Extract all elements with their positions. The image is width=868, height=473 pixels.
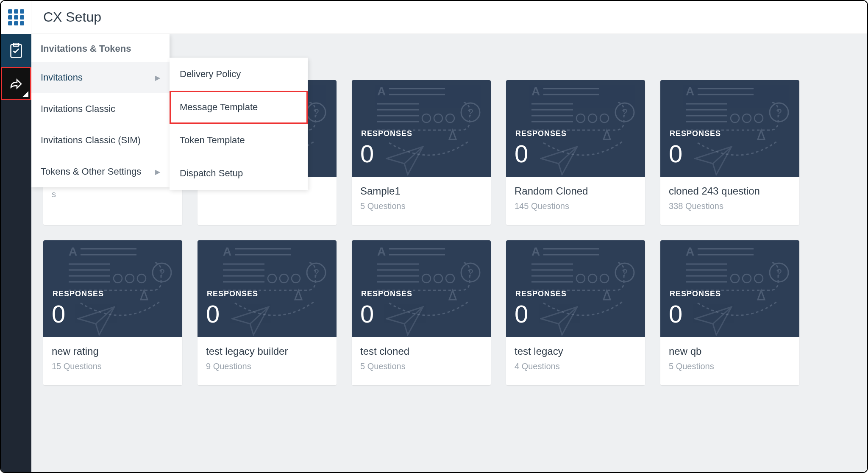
card-thumbnail: A ? RESPONSES 0 — [43, 240, 182, 337]
card-body: test cloned 5 Questions — [352, 337, 491, 385]
menu-item[interactable]: Invitations Classic (SIM) — [31, 125, 170, 156]
card-title: test legacy — [515, 345, 637, 357]
menu-item-label: Tokens & Other Settings — [41, 166, 141, 177]
card-title: test legacy builder — [206, 345, 328, 357]
svg-point-93 — [422, 274, 431, 283]
responses-count: 0 — [206, 300, 220, 328]
responses-count: 0 — [515, 300, 528, 328]
flyout-menu-header: Invitations & Tokens — [31, 34, 170, 62]
card-subtitle: 9 Questions — [206, 362, 328, 371]
menu-item[interactable]: Tokens & Other Settings▶ — [31, 156, 170, 187]
submenu-item[interactable]: Delivery Policy — [170, 58, 308, 91]
sidebar — [1, 1, 31, 472]
card-thumbnail: A ? RESPONSES 0 — [506, 240, 645, 337]
responses-count: 0 — [52, 300, 65, 328]
menu-item[interactable]: Invitations▶ — [31, 62, 170, 93]
questionnaire-card[interactable]: A ? RESPONSES 0 test legacy builder 9 Qu… — [198, 240, 337, 385]
questionnaire-card[interactable]: A ? RESPONSES 0 cloned 243 question 338 … — [660, 80, 799, 225]
svg-text:?: ? — [467, 107, 473, 118]
card-thumbnail: A ? RESPONSES 0 — [660, 240, 799, 337]
share-icon — [9, 77, 23, 90]
menu-item[interactable]: Invitations Classic — [31, 93, 170, 125]
card-thumbnail: A ? RESPONSES 0 — [506, 80, 645, 177]
responses-label: RESPONSES — [515, 289, 567, 298]
submenu-item[interactable]: Message Template — [170, 91, 308, 124]
card-body: test legacy 4 Questions — [506, 337, 645, 385]
svg-point-107 — [600, 274, 609, 283]
svg-text:?: ? — [467, 267, 473, 278]
chevron-right-icon: ▶ — [155, 168, 160, 176]
card-body: new rating 15 Questions — [43, 337, 182, 385]
svg-point-83 — [292, 274, 300, 283]
responses-label: RESPONSES — [361, 129, 412, 138]
questionnaire-card[interactable]: A ? RESPONSES 0 new rating 15 Questions — [43, 240, 182, 385]
sidebar-item-questionnaires[interactable] — [1, 34, 31, 67]
sidebar-item-invitations[interactable] — [1, 67, 31, 100]
card-subtitle: 5 Questions — [360, 201, 482, 211]
responses-label: RESPONSES — [670, 129, 721, 138]
svg-point-118 — [743, 274, 751, 283]
menu-item-label: Invitations — [41, 72, 83, 83]
card-body: cloned 243 question 338 Questions — [660, 177, 799, 225]
app-switcher[interactable] — [1, 1, 31, 34]
card-body: Sample1 5 Questions — [352, 177, 491, 225]
svg-text:?: ? — [622, 267, 627, 278]
responses-count: 0 — [669, 300, 682, 328]
svg-text:A: A — [686, 85, 694, 98]
responses-count: 0 — [515, 139, 528, 168]
card-thumbnail: A ? RESPONSES 0 — [660, 80, 799, 177]
svg-point-69 — [114, 274, 122, 283]
svg-point-105 — [576, 274, 585, 283]
svg-text:A: A — [686, 245, 694, 258]
questionnaire-card[interactable]: A ? RESPONSES 0 new qb 5 Questions — [660, 240, 799, 385]
svg-point-45 — [576, 114, 585, 122]
questionnaire-card[interactable]: A ? RESPONSES 0 test legacy 4 Questions — [506, 240, 645, 385]
responses-label: RESPONSES — [515, 129, 567, 138]
apps-icon — [8, 9, 24, 25]
card-subtitle: 4 Questions — [515, 362, 637, 371]
svg-text:A: A — [377, 85, 386, 98]
svg-point-119 — [754, 274, 763, 283]
responses-label: RESPONSES — [207, 289, 258, 298]
svg-text:A: A — [531, 85, 540, 98]
svg-text:A: A — [223, 245, 231, 258]
card-body: test legacy builder 9 Questions — [198, 337, 337, 385]
questionnaire-card[interactable]: A ? RESPONSES 0 Random Cloned 145 Questi… — [506, 80, 645, 225]
submenu-item[interactable]: Token Template — [170, 124, 308, 157]
submenu-item[interactable]: Dispatch Setup — [170, 157, 308, 190]
svg-point-82 — [280, 274, 288, 283]
card-title: new rating — [52, 345, 174, 357]
svg-point-34 — [434, 114, 442, 122]
card-subtitle: 5 Questions — [669, 362, 791, 371]
card-title: test cloned — [360, 345, 482, 357]
chevron-right-icon: ▶ — [155, 74, 160, 82]
svg-point-95 — [446, 274, 454, 283]
sidebar-spacer — [1, 100, 31, 472]
svg-point-57 — [731, 114, 739, 122]
clipboard-icon — [10, 43, 22, 58]
submenu-indicator-icon — [22, 91, 28, 97]
svg-text:?: ? — [776, 267, 782, 278]
svg-point-58 — [743, 114, 751, 122]
card-thumbnail: A ? RESPONSES 0 — [198, 240, 337, 337]
svg-point-94 — [434, 274, 442, 283]
responses-label: RESPONSES — [53, 289, 104, 298]
svg-point-71 — [137, 274, 146, 283]
submenu-item-label: Dispatch Setup — [180, 168, 243, 178]
responses-count: 0 — [360, 139, 374, 168]
questionnaire-card[interactable]: A ? RESPONSES 0 Sample1 5 Questions — [352, 80, 491, 225]
page-header-title: CX Setup — [43, 9, 101, 25]
svg-text:?: ? — [776, 107, 782, 118]
card-subtitle: s — [52, 189, 174, 199]
submenu-item-label: Token Template — [180, 135, 245, 145]
menu-item-label: Invitations Classic — [41, 103, 115, 114]
menu-item-label: Invitations Classic (SIM) — [41, 135, 141, 146]
svg-point-70 — [125, 274, 134, 283]
card-title: cloned 243 question — [669, 185, 791, 197]
questionnaire-card[interactable]: A ? RESPONSES 0 test cloned 5 Questions — [352, 240, 491, 385]
card-subtitle: 15 Questions — [52, 362, 174, 371]
svg-point-59 — [754, 114, 763, 122]
svg-text:A: A — [531, 245, 540, 258]
card-body: Random Cloned 145 Questions — [506, 177, 645, 225]
card-title: new qb — [669, 345, 791, 357]
